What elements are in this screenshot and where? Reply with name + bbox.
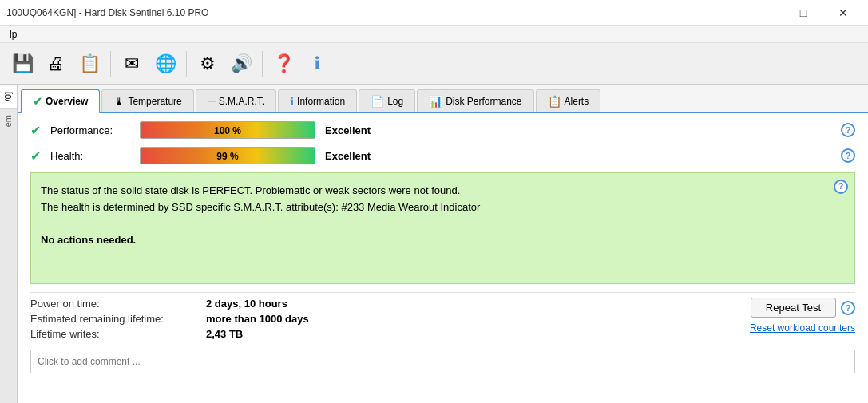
performance-status: Excellent <box>325 124 371 136</box>
info-button[interactable]: ℹ <box>301 48 333 80</box>
info-left: Power on time: 2 days, 10 hours Estimate… <box>30 298 696 343</box>
power-on-label: Power on time: <box>30 298 206 310</box>
sidebar-item-0[interactable]: /0] <box>0 85 17 108</box>
maximize-button[interactable]: □ <box>785 5 822 21</box>
health-check-icon <box>30 148 41 164</box>
settings-button[interactable]: ⚙ <box>192 48 224 80</box>
tab-bar: ✔ Overview 🌡 Temperature — S.M.A.R.T. ℹ … <box>18 85 868 113</box>
lifetime-row: Estimated remaining lifetime: more than … <box>30 313 696 325</box>
health-row: Health: 99 % Excellent ? <box>30 147 855 164</box>
performance-help-icon[interactable]: ? <box>841 123 855 137</box>
help-button[interactable]: ❓ <box>268 48 299 80</box>
health-value: 99 % <box>141 148 315 164</box>
repeat-test-button[interactable]: Repeat Test <box>751 298 836 318</box>
tab-smart-label: S.M.A.R.T. <box>219 96 264 107</box>
log-tab-icon: 📄 <box>371 95 384 108</box>
performance-check-icon <box>30 122 41 139</box>
diskperf-tab-icon: 📊 <box>429 95 442 108</box>
minimize-button[interactable]: — <box>745 5 782 21</box>
lifetime-label: Estimated remaining lifetime: <box>30 313 206 325</box>
overview-tab-icon: ✔ <box>33 95 42 108</box>
separator-2 <box>186 51 187 77</box>
separator-3 <box>262 51 263 77</box>
performance-row: Performance: 100 % Excellent ? <box>30 121 855 139</box>
tab-disk-performance[interactable]: 📊 Disk Performance <box>417 89 533 112</box>
network-button[interactable]: 🌐 <box>149 48 181 80</box>
tab-information[interactable]: ℹ Information <box>278 89 357 112</box>
menu-item-lp[interactable]: lp <box>3 27 23 41</box>
window-controls: — □ ✕ <box>745 5 862 21</box>
temperature-tab-icon: 🌡 <box>113 95 125 108</box>
content-area: ✔ Overview 🌡 Temperature — S.M.A.R.T. ℹ … <box>18 85 868 403</box>
health-status: Excellent <box>325 150 371 162</box>
status-line2: The health is determined by SSD specific… <box>41 200 845 216</box>
tab-disk-performance-label: Disk Performance <box>446 96 521 107</box>
smart-tab-icon: — <box>208 97 216 105</box>
repeat-test-help-icon[interactable]: ? <box>841 301 855 315</box>
tab-log-label: Log <box>387 96 403 107</box>
reset-workload-link[interactable]: Reset workload counters <box>750 322 855 334</box>
email-button[interactable]: ✉ <box>116 48 148 80</box>
tab-log[interactable]: 📄 Log <box>359 89 415 112</box>
tab-alerts[interactable]: 📋 Alerts <box>536 89 601 112</box>
tab-alerts-label: Alerts <box>565 96 589 107</box>
status-box: ? The status of the solid state disk is … <box>30 172 855 284</box>
writes-row: Lifetime writes: 2,43 TB <box>30 328 696 340</box>
no-actions-text: No actions needed. <box>41 234 136 246</box>
health-label: Health: <box>50 150 130 162</box>
lifetime-value: more than 1000 days <box>206 313 309 325</box>
status-line4: No actions needed. <box>41 232 845 249</box>
title-bar: 100UQ064KGN] - Hard Disk Sentinel 6.10 P… <box>0 0 868 26</box>
disk-button[interactable]: 💾 <box>6 48 38 80</box>
tab-overview[interactable]: ✔ Overview <box>21 89 100 113</box>
performance-value: 100 % <box>141 122 315 139</box>
tab-temperature-label: Temperature <box>128 96 181 107</box>
alerts-tab-icon: 📋 <box>548 95 561 108</box>
separator-1 <box>110 51 111 77</box>
writes-value: 2,43 TB <box>206 328 243 340</box>
performance-label: Performance: <box>50 124 130 136</box>
health-bar: 99 % <box>140 147 315 164</box>
tab-temperature[interactable]: 🌡 Temperature <box>101 89 193 112</box>
tab-smart[interactable]: — S.M.A.R.T. <box>196 89 276 112</box>
power-on-value: 2 days, 10 hours <box>206 298 287 310</box>
comment-input[interactable] <box>30 350 855 373</box>
status-help-icon[interactable]: ? <box>834 180 848 194</box>
main-layout: /0] em ✔ Overview 🌡 Temperature — S.M.A.… <box>0 85 868 403</box>
info-section: Power on time: 2 days, 10 hours Estimate… <box>30 292 855 346</box>
print-button[interactable]: 🖨 <box>40 48 72 80</box>
sound-button[interactable]: 🔊 <box>225 48 257 80</box>
tab-overview-label: Overview <box>46 96 88 107</box>
window-title: 100UQ064KGN] - Hard Disk Sentinel 6.10 P… <box>6 7 208 18</box>
toolbar: 💾 🖨 📋 ✉ 🌐 ⚙ 🔊 ❓ ℹ <box>0 43 868 85</box>
performance-bar: 100 % <box>140 121 315 139</box>
tab-content-overview: Performance: 100 % Excellent ? Health: 9… <box>18 113 868 403</box>
sidebar: /0] em <box>0 85 18 403</box>
status-line1: The status of the solid state disk is PE… <box>41 183 845 200</box>
info-right: Repeat Test ? Reset workload counters <box>696 298 855 334</box>
health-help-icon[interactable]: ? <box>841 148 855 163</box>
report-button[interactable]: 📋 <box>73 48 105 80</box>
sidebar-item-1[interactable]: em <box>0 108 17 133</box>
menu-bar: lp <box>0 26 868 43</box>
tab-information-label: Information <box>297 96 345 107</box>
close-button[interactable]: ✕ <box>825 5 862 21</box>
information-tab-icon: ℹ <box>290 95 294 108</box>
writes-label: Lifetime writes: <box>30 328 206 340</box>
power-on-row: Power on time: 2 days, 10 hours <box>30 298 696 310</box>
